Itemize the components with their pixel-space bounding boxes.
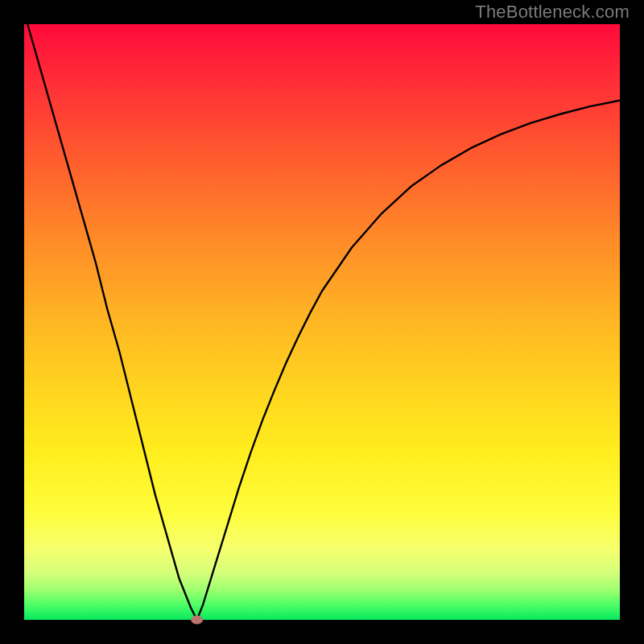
chart-container: TheBottleneck.com xyxy=(0,0,644,644)
watermark: TheBottleneck.com xyxy=(475,2,630,23)
plot-area xyxy=(24,24,620,620)
bottleneck-curve xyxy=(24,12,620,620)
curve-svg xyxy=(24,24,620,620)
curve-minimum-marker xyxy=(192,616,203,624)
